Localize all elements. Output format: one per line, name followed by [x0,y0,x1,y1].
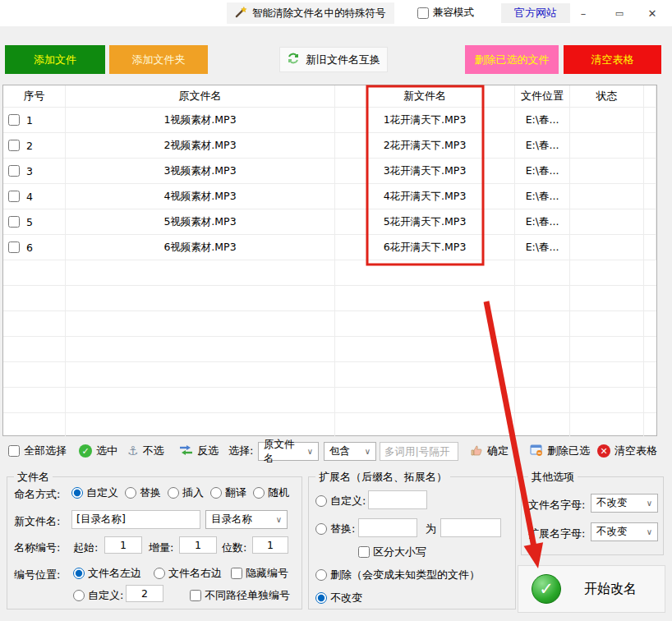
radio-pos-right[interactable]: 文件名右边 [154,566,222,581]
file-table: 序号 原文件名 新文件名 文件位置 状态 1 1视频素材.MP3 1花开满天下.… [2,85,657,436]
radio-translate[interactable]: 翻译 [210,485,246,500]
row-checkbox[interactable] [8,191,20,202]
start-number-input[interactable] [104,536,142,554]
ext-replace-from-input[interactable] [358,518,417,537]
custom-pos-input[interactable] [126,585,163,602]
radio-ext-nochange[interactable]: 不改变 [315,591,362,605]
delete-selected-files-button[interactable]: 删除已选的文件 [465,45,559,74]
separate-numbering-checkbox[interactable]: 不同路径单独编号 [190,588,290,603]
selection-toolbar: 全部选择 ✓ 选中 ⚓ 不选 反选 选择: 原文件名 ∨ 包含 ∨ 确定 删除已… [0,438,672,464]
compat-mode-checkbox[interactable]: 兼容模式 [417,6,474,20]
radio-ext-custom[interactable]: 自定义: [315,494,366,508]
field-dropdown[interactable]: 原文件名 ∨ [258,442,319,461]
row-no: 2 [26,140,33,152]
table-row[interactable]: 1 1视频素材.MP3 1花开满天下.MP3 E:\春... [3,108,656,133]
row-location: E:\春... [515,108,570,133]
row-checkbox[interactable] [8,216,20,228]
row-status [570,235,644,260]
table-row[interactable]: 2 2视频素材.MP3 2花开满天下.MP3 E:\春... [3,133,656,159]
row-checkbox[interactable] [8,114,20,126]
thumb-up-icon [470,444,483,459]
row-new-name: 5花开满天下.MP3 [335,209,515,235]
table-row[interactable]: 3 3视频素材.MP3 3花开满天下.MP3 E:\春... [3,159,656,184]
filter-keywords-input[interactable] [380,442,458,461]
row-new-name: 3花开满天下.MP3 [335,159,515,184]
close-icon[interactable]: ✕ [641,3,664,23]
header-status[interactable]: 状态 [570,85,644,108]
row-checkbox[interactable] [8,165,20,177]
minimize-icon[interactable]: – [572,3,595,23]
row-checkbox[interactable] [8,242,20,253]
swap-names-button[interactable]: 新旧文件名互换 [279,47,388,72]
match-dropdown[interactable]: 包含 ∨ [324,442,376,461]
delete-selected-button[interactable]: 删除已选 [530,438,590,464]
row-location: E:\春... [515,159,570,184]
radio-ext-delete[interactable]: 删除（会变成未知类型的文件） [315,568,480,582]
row-original-name: 3视频素材.MP3 [66,159,335,184]
unselect-button[interactable]: ⚓ 不选 [127,438,163,464]
table-row[interactable]: 5 5视频素材.MP3 5花开满天下.MP3 E:\春... [3,209,656,235]
row-no: 6 [26,242,33,254]
invert-selection-button[interactable]: 反选 [179,438,219,464]
start-rename-button[interactable]: ✓ 开始改名 [518,565,665,613]
add-folder-button[interactable]: 添加文件夹 [109,45,208,74]
row-status [570,133,644,159]
clear-table-small-button[interactable]: ✕ 清空表格 [597,438,657,464]
select-all-label: 全部选择 [24,444,67,458]
hide-number-checkbox[interactable]: 隐藏编号 [231,566,288,581]
table-row[interactable]: 4 4视频素材.MP3 4花开满天下.MP3 E:\春... [3,184,656,209]
compat-checkbox-input[interactable] [417,7,429,19]
filename-panel-title: 文件名 [14,470,53,485]
clear-table-button[interactable]: 清空表格 [564,45,661,74]
increment-input[interactable] [179,536,217,554]
radio-pos-left[interactable]: 文件名左边 [73,566,141,581]
radio-random[interactable]: 随机 [253,485,289,500]
confirm-button[interactable]: 确定 [470,438,509,464]
select-all-input[interactable] [8,445,20,457]
radio-ext-replace[interactable]: 替换: [315,522,355,536]
newname-input[interactable] [71,510,200,529]
radio-insert[interactable]: 插入 [168,485,204,500]
row-no: 3 [26,165,33,177]
start-rename-label: 开始改名 [584,581,637,598]
extension-panel: 扩展名（后缀名、拓展名） 自定义: 替换: 为 区分大小写 删除（会变成未知类型… [308,476,516,610]
radio-custom[interactable]: 自定义 [71,485,118,500]
select-all-checkbox[interactable]: 全部选择 [8,438,67,464]
row-original-name: 6视频素材.MP3 [66,235,335,260]
header-no[interactable]: 序号 [3,85,66,108]
numbering-label: 名称编号: [14,540,60,555]
smart-clean-button[interactable]: 智能清除文件名中的特殊符号 [227,2,394,24]
row-location: E:\春... [515,184,570,209]
chevron-down-icon: ∨ [365,447,371,456]
radio-replace[interactable]: 替换 [125,485,161,500]
ext-replace-to-input[interactable] [440,518,501,537]
digits-input[interactable] [252,536,288,554]
radio-pos-custom[interactable]: 自定义: [73,588,123,603]
header-original-name[interactable]: 原文件名 [66,85,335,108]
magic-wand-icon [235,6,247,21]
row-original-name: 1视频素材.MP3 [66,108,335,133]
header-new-name[interactable]: 新文件名 [335,85,515,108]
row-new-name: 1花开满天下.MP3 [335,108,515,133]
increment-label: 增量: [149,540,173,555]
filename-case-dropdown[interactable]: 不改变 ∨ [591,494,658,513]
maximize-icon[interactable]: ▭ [608,3,631,23]
row-checkbox[interactable] [8,140,20,151]
compat-label: 兼容模式 [433,6,474,20]
table-row[interactable]: 6 6视频素材.MP3 6花开满天下.MP3 E:\春... [3,235,656,260]
add-files-button[interactable]: 添加文件 [5,45,105,74]
select-checked-button[interactable]: ✓ 选中 [79,438,117,464]
extension-panel-title: 扩展名（后缀名、拓展名） [315,470,450,485]
choose-label: 选择: [228,438,253,464]
ext-case-dropdown[interactable]: 不改变 ∨ [591,522,658,541]
header-location[interactable]: 文件位置 [515,85,570,108]
official-site-link[interactable]: 官方网站 [501,3,570,23]
chevron-down-icon: ∨ [647,527,652,536]
ext-custom-input[interactable] [368,490,427,509]
case-sensitive-checkbox[interactable]: 区分大小写 [358,545,426,559]
row-no: 4 [26,191,33,203]
start-label: 起始: [73,540,98,555]
newname-dropdown[interactable]: 目录名称 ∨ [205,510,288,529]
naming-method-row: 命名方式: [14,487,60,502]
position-label: 编号位置: [14,568,60,582]
